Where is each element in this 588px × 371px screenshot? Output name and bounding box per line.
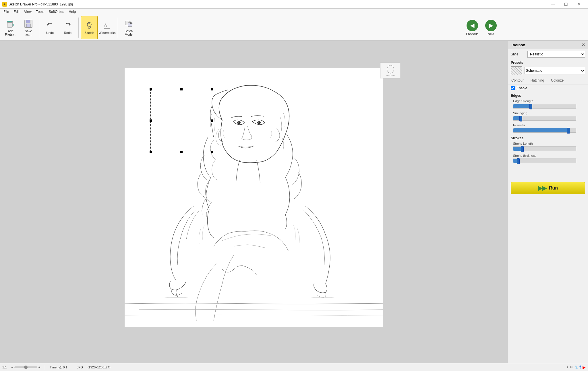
sketch-image — [125, 68, 383, 327]
menu-file[interactable]: File — [1, 9, 11, 15]
menu-view[interactable]: View — [22, 9, 34, 15]
stroke-thickness-slider[interactable] — [513, 159, 576, 163]
zoom-minus-icon[interactable]: − — [11, 366, 13, 369]
format-label: JPG — [77, 366, 83, 369]
sketch-icon — [85, 21, 94, 30]
toolbox-title: Toolbox — [511, 43, 525, 47]
batch-mode-button[interactable]: Batch Mode — [120, 16, 137, 39]
add-files-button[interactable]: Add File(s)... — [2, 16, 19, 39]
zoom-thumb[interactable] — [24, 366, 28, 369]
toolbox-header: Toolbox ✕ — [508, 41, 588, 49]
svg-rect-14 — [125, 68, 383, 327]
enable-row: Enable — [508, 84, 588, 92]
intensity-slider-row — [508, 127, 588, 134]
svg-rect-5 — [26, 20, 30, 23]
next-label: Next — [488, 32, 494, 36]
stroke-thickness-thumb[interactable] — [517, 158, 520, 164]
presets-label: Presets — [508, 59, 588, 65]
intensity-label: Intensity — [508, 122, 588, 127]
save-icon — [24, 19, 33, 28]
svg-point-18 — [258, 122, 259, 123]
social-icon-1[interactable]: 𝕏 — [575, 365, 578, 370]
menu-softorbits[interactable]: SoftOrbits — [47, 9, 66, 15]
run-button[interactable]: ▶▶ Run — [511, 182, 585, 194]
menu-tools[interactable]: Tools — [34, 9, 47, 15]
undo-label: Undo — [46, 31, 54, 34]
svg-point-17 — [257, 121, 261, 124]
add-files-icon — [6, 19, 15, 28]
smudging-label: Smudging — [508, 110, 588, 115]
style-label: Style — [511, 52, 525, 56]
zoom-slider[interactable] — [14, 366, 37, 368]
social-icon-3[interactable]: ▶ — [583, 365, 586, 370]
app-icon: ✏ — [2, 2, 7, 7]
minimize-button[interactable]: — — [546, 0, 559, 9]
batch-mode-icon — [124, 19, 133, 28]
enable-checkbox[interactable] — [511, 86, 515, 90]
previous-label: Previous — [466, 32, 478, 36]
svg-point-16 — [238, 122, 239, 123]
watermarks-icon: A — [102, 21, 112, 30]
info-icon[interactable]: ℹ — [567, 365, 568, 369]
stroke-length-label: Stroke Length — [508, 141, 588, 146]
intensity-thumb[interactable] — [567, 128, 570, 134]
close-button[interactable]: ✕ — [572, 0, 586, 9]
watermarks-button[interactable]: A Watermarks — [99, 16, 115, 39]
stroke-length-thumb[interactable] — [521, 146, 524, 152]
save-as-button[interactable]: Save as... — [20, 16, 37, 39]
batch-mode-label: Batch Mode — [125, 29, 133, 36]
add-files-label: Add File(s)... — [5, 29, 16, 36]
smudging-thumb[interactable] — [519, 116, 522, 121]
dimensions-label: (1920x1280x24) — [88, 366, 111, 369]
zoom-label: 1:1 — [2, 366, 7, 369]
toolbox-panel: Toolbox ✕ Style Realistic Cartoon Pencil… — [508, 41, 588, 363]
intensity-fill — [513, 128, 568, 132]
previous-button[interactable]: ◀ Previous — [463, 18, 481, 37]
social-icon-2[interactable]: f — [579, 365, 581, 370]
redo-button[interactable]: Redo — [59, 16, 76, 39]
tab-colorize[interactable]: Colorize — [548, 77, 567, 84]
watermarks-label: Watermarks — [99, 31, 116, 34]
edges-label: Edges — [508, 92, 588, 98]
window-controls: — ☐ ✕ — [546, 0, 586, 9]
zoom-plus-icon[interactable]: + — [38, 366, 40, 369]
undo-icon — [45, 21, 55, 30]
smudging-slider-row — [508, 115, 588, 122]
toolbox-close-button[interactable]: ✕ — [582, 42, 585, 47]
settings-icon[interactable]: ⚙ — [570, 365, 573, 369]
svg-text:A: A — [104, 23, 107, 28]
stroke-length-slider[interactable] — [513, 146, 576, 151]
menu-edit[interactable]: Edit — [11, 9, 22, 15]
svg-rect-6 — [26, 24, 30, 27]
edge-strength-thumb[interactable] — [529, 104, 532, 109]
sketch-button[interactable]: Sketch — [81, 16, 98, 39]
preset-preview-icon — [511, 66, 522, 75]
maximize-button[interactable]: ☐ — [559, 0, 572, 9]
edge-strength-fill — [513, 104, 531, 108]
time-label: Time (s): 0.1 — [50, 366, 67, 369]
status-bar: 1:1 − + Time (s): 0.1 JPG (1920x1280x24)… — [0, 363, 588, 371]
toolbar: Add File(s)... Save as... Undo — [0, 15, 588, 41]
svg-rect-13 — [128, 23, 132, 27]
next-button[interactable]: ▶ Next — [482, 18, 500, 37]
preset-select[interactable]: Schematic Fine Art Bold Soft — [525, 67, 585, 74]
zoom-slider-area: − + — [11, 366, 40, 369]
undo-button[interactable]: Undo — [42, 16, 58, 39]
stroke-thickness-label: Stroke thickness — [508, 153, 588, 158]
intensity-slider[interactable] — [513, 128, 576, 133]
canvas-area[interactable] — [0, 41, 508, 363]
main-layout: Toolbox ✕ Style Realistic Cartoon Pencil… — [0, 41, 588, 363]
style-select[interactable]: Realistic Cartoon Pencil Ink — [527, 51, 585, 58]
tab-contour[interactable]: Contour — [508, 77, 527, 84]
tab-hatching[interactable]: Hatching — [527, 77, 548, 84]
menu-help[interactable]: Help — [66, 9, 78, 15]
stroke-length-slider-row — [508, 146, 588, 153]
stroke-thickness-slider-row — [508, 158, 588, 165]
status-icons-right: ℹ ⚙ 𝕏 f ▶ — [567, 365, 586, 370]
smudging-slider[interactable] — [513, 116, 576, 121]
edge-strength-slider-row — [508, 103, 588, 110]
menu-bar: File Edit View Tools SoftOrbits Help — [0, 9, 588, 15]
next-icon: ▶ — [485, 20, 497, 31]
edge-strength-slider[interactable] — [513, 104, 576, 109]
presets-row: Schematic Fine Art Bold Soft — [508, 65, 588, 76]
